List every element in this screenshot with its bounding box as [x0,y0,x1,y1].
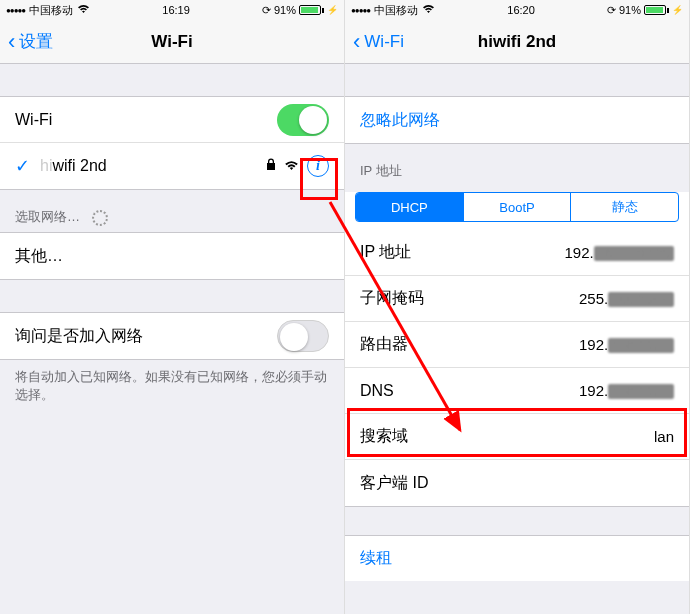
info-icon[interactable]: i [307,155,329,177]
signal-dots-icon: ●●●●● [351,6,370,15]
clock-label: 16:19 [162,4,190,16]
tab-static[interactable]: 静态 [571,193,678,221]
ip-mode-segmented: DHCP BootP 静态 [355,192,679,222]
chevron-left-icon: ‹ [8,29,15,55]
subnet-value: 255.255.255.0 [579,290,674,307]
network-details-screen: ●●●●● 中国移动 16:20 ⟳ 91% ⚡ ‹ Wi-Fi hiwifi … [345,0,690,614]
subnet-label: 子网掩码 [360,288,579,309]
rotation-lock-icon: ⟳ [262,4,271,17]
battery-icon [644,5,669,15]
charging-icon: ⚡ [327,5,338,15]
wifi-settings-screen: ●●●●● 中国移动 16:19 ⟳ 91% ⚡ ‹ 设置 Wi-Fi Wi-F… [0,0,345,614]
back-button[interactable]: ‹ 设置 [8,29,53,55]
checkmark-icon: ✓ [15,155,30,177]
renew-lease-button[interactable]: 续租 [345,536,689,581]
footer-note: 将自动加入已知网络。如果没有已知网络，您必须手动选择。 [0,360,344,412]
rotation-lock-icon: ⟳ [607,4,616,17]
chevron-left-icon: ‹ [353,29,360,55]
router-label: 路由器 [360,334,579,355]
status-bar: ●●●●● 中国移动 16:19 ⟳ 91% ⚡ [0,0,344,20]
router-value: 192.168.199.1 [579,336,674,353]
choose-network-header: 选取网络… [0,190,344,232]
tab-bootp[interactable]: BootP [464,193,572,221]
signal-dots-icon: ●●●●● [6,6,25,15]
network-name: hiwifi 2nd [40,157,266,175]
forget-label: 忽略此网络 [360,110,440,131]
wifi-toggle-row: Wi-Fi [0,97,344,143]
wifi-strength-icon [284,158,299,174]
ask-join-toggle[interactable] [277,320,329,352]
carrier-label: 中国移动 [29,3,73,18]
ask-join-row: 询问是否加入网络 [0,313,344,359]
battery-percent: 91% [619,4,641,16]
wifi-icon [422,4,435,16]
search-label: 搜索域 [360,426,654,447]
status-bar: ●●●●● 中国移动 16:20 ⟳ 91% ⚡ [345,0,689,20]
battery-percent: 91% [274,4,296,16]
client-id-label: 客户端 ID [360,473,674,494]
connected-network-row[interactable]: ✓ hiwifi 2nd i [0,143,344,189]
back-label: 设置 [19,30,53,53]
search-domain-row[interactable]: 搜索域 lan [345,414,689,460]
subnet-row: 子网掩码 255.255.255.0 [345,276,689,322]
ask-join-label: 询问是否加入网络 [15,326,277,347]
back-button[interactable]: ‹ Wi-Fi [353,29,404,55]
charging-icon: ⚡ [672,5,683,15]
wifi-icon [77,4,90,16]
client-id-row[interactable]: 客户端 ID [345,460,689,506]
clock-label: 16:20 [507,4,535,16]
ip-address-row: IP 地址 192.168.199.128 [345,230,689,276]
wifi-label: Wi-Fi [15,111,277,129]
ip-value: 192.168.199.128 [565,244,675,261]
tab-dhcp[interactable]: DHCP [356,193,464,221]
other-label: 其他… [15,246,329,267]
dns-value: 192.168.199.1 [579,382,674,399]
search-value: lan [654,428,674,445]
nav-bar: ‹ 设置 Wi-Fi [0,20,344,64]
ip-label: IP 地址 [360,242,565,263]
other-network-row[interactable]: 其他… [0,233,344,279]
wifi-toggle[interactable] [277,104,329,136]
dns-label: DNS [360,382,579,400]
ip-section-header: IP 地址 [345,144,689,186]
lock-icon [266,158,276,174]
back-label: Wi-Fi [364,32,404,52]
carrier-label: 中国移动 [374,3,418,18]
dns-row[interactable]: DNS 192.168.199.1 [345,368,689,414]
forget-network-row[interactable]: 忽略此网络 [345,97,689,143]
spinner-icon [92,210,108,226]
battery-icon [299,5,324,15]
router-row: 路由器 192.168.199.1 [345,322,689,368]
nav-bar: ‹ Wi-Fi hiwifi 2nd [345,20,689,64]
